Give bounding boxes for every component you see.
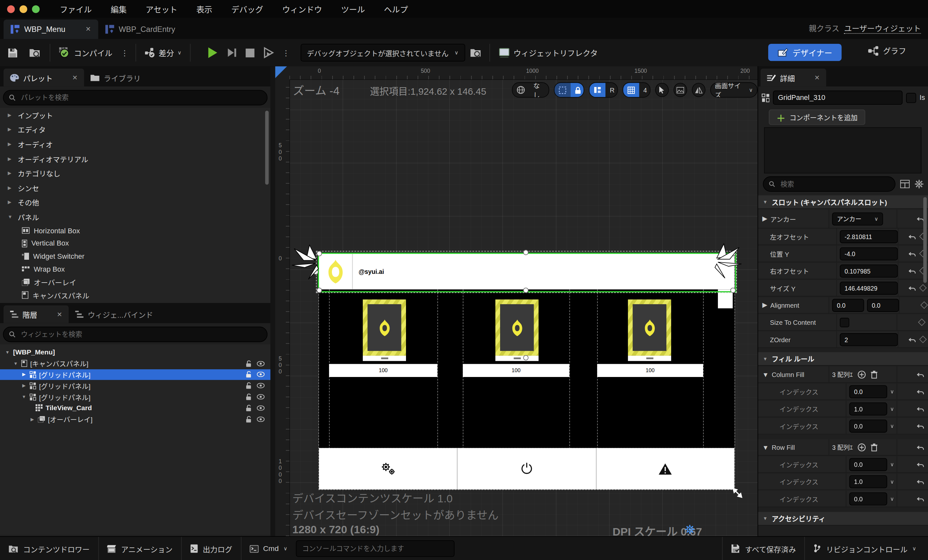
widget-grid-body[interactable]: 100 100 100 [319, 289, 734, 490]
chevron-down-icon[interactable]: ∨ [890, 406, 894, 412]
tree-node-grid-panel-selected[interactable]: ▶ [グリッドパネル] [0, 369, 270, 380]
pos-y-input[interactable] [840, 247, 898, 260]
reset-to-default-icon[interactable] [917, 405, 925, 412]
hierarchy-search[interactable] [3, 327, 267, 342]
delete-elements-icon[interactable] [871, 370, 878, 378]
zorder-input[interactable] [840, 333, 898, 346]
tab-library[interactable]: ライブラリ [84, 69, 147, 86]
index-value-input[interactable] [849, 385, 887, 398]
palette-search[interactable] [3, 90, 267, 105]
add-component-button[interactable]: ＋ コンポーネントを追加 [769, 110, 865, 125]
palette-category-editor[interactable]: ▶エディタ [0, 122, 270, 137]
minimize-window-button[interactable] [20, 5, 27, 13]
hierarchy-search-input[interactable] [20, 330, 262, 339]
zoom-window-button[interactable] [32, 5, 40, 13]
visibility-eye-icon[interactable] [257, 394, 264, 400]
graph-mode-button[interactable]: グラフ [863, 45, 911, 56]
anchor-widget-left[interactable] [292, 244, 319, 281]
palette-item-overlay[interactable]: オーバーレイ [0, 276, 270, 289]
menu-edit[interactable]: 編集 [110, 3, 127, 15]
close-tab-icon[interactable]: ✕ [72, 74, 78, 81]
resize-handle[interactable] [317, 288, 322, 293]
chevron-down-icon[interactable]: ∨ [890, 496, 894, 501]
unlocked-icon[interactable] [246, 383, 251, 389]
reset-to-default-icon[interactable] [917, 371, 925, 378]
reset-to-default-icon[interactable] [908, 267, 916, 274]
delete-elements-icon[interactable] [871, 443, 878, 452]
cursor-tool-button[interactable] [655, 83, 669, 97]
chevron-down-icon[interactable]: ∨ [890, 461, 894, 467]
close-tab-icon[interactable]: ✕ [814, 74, 820, 81]
tab-widget-bind[interactable]: ウィジェ...バインド [69, 305, 160, 323]
bind-diamond-icon[interactable] [919, 336, 927, 343]
index-value-input[interactable] [849, 402, 887, 415]
designer-mode-button[interactable]: デザイナー [768, 44, 842, 61]
save-all-status-button[interactable]: すべて保存済み [722, 537, 804, 560]
property-matrix-icon[interactable] [900, 180, 910, 188]
visibility-eye-icon[interactable] [257, 383, 264, 389]
tab-hierarchy[interactable]: 階層 ✕ [3, 305, 69, 323]
tree-node-grid-panel-3[interactable]: ▼ [グリッドパネル] [0, 391, 270, 403]
output-log-button[interactable]: 出力ログ [182, 537, 241, 560]
console-command-input-box[interactable] [296, 540, 454, 557]
details-scrollbar[interactable] [923, 197, 927, 283]
tab-palette[interactable]: パレット ✕ [3, 69, 84, 86]
index-value-input[interactable] [849, 492, 887, 505]
tileview-scrollbar[interactable] [718, 289, 733, 308]
visibility-eye-icon[interactable] [257, 372, 264, 377]
palette-item-vertical-box[interactable]: Vertical Box [0, 237, 270, 250]
dpi-settings-gear-icon[interactable] [685, 524, 695, 534]
power-cell[interactable] [458, 448, 596, 490]
resize-corner-arrow[interactable] [732, 487, 743, 498]
browse-debug-object-button[interactable] [470, 47, 482, 58]
size-y-input[interactable] [840, 281, 898, 294]
fill-rules-section-header[interactable]: ▼フィル ルール [758, 352, 928, 366]
tab-wbp-menu[interactable]: WBP_Menu ✕ [3, 20, 98, 39]
index-value-input[interactable] [849, 475, 887, 488]
resize-handle[interactable] [523, 288, 529, 293]
reset-to-default-icon[interactable] [917, 478, 925, 485]
anchor-widget-right[interactable] [714, 243, 742, 279]
diff-button[interactable]: 差分 ∨ [139, 47, 186, 58]
chevron-down-icon[interactable]: ∨ [890, 423, 894, 429]
unlocked-icon[interactable] [246, 394, 251, 400]
frame-skip-button[interactable] [222, 47, 241, 59]
reset-to-default-icon[interactable] [917, 444, 925, 451]
localization-globe-button[interactable] [513, 83, 529, 97]
tree-node-tileview-card[interactable]: TileView_Card [0, 403, 270, 414]
card-price-bar[interactable]: 100 [597, 364, 703, 377]
bind-diamond-icon[interactable] [920, 301, 928, 309]
right-offset-input[interactable] [840, 264, 898, 277]
palette-item-canvas-panel[interactable]: キャンバスパネル [0, 289, 270, 302]
unlocked-icon[interactable] [246, 416, 251, 423]
menu-debug[interactable]: デバッグ [231, 3, 263, 15]
reset-to-default-icon[interactable] [917, 388, 925, 395]
compile-button[interactable]: コンパイル [54, 47, 117, 59]
palette-category-synth[interactable]: ▶シンセ [0, 180, 270, 195]
card-entry[interactable] [363, 299, 406, 356]
reset-to-default-icon[interactable] [908, 250, 916, 257]
tree-node-canvas-panel[interactable]: ▼ [キャンバスパネル] [0, 358, 270, 369]
alignment-x-input[interactable] [832, 299, 864, 311]
palette-category-other[interactable]: ▶その他 [0, 195, 270, 209]
tree-node-wbp-menu[interactable]: ▼[WBP_Menu] [0, 347, 270, 358]
palette-category-audio[interactable]: ▶オーディオ [0, 137, 270, 151]
menu-asset[interactable]: アセット [146, 3, 177, 15]
bind-diamond-icon[interactable] [918, 318, 925, 326]
unlocked-icon[interactable] [246, 360, 251, 367]
close-tab-icon[interactable]: ✕ [57, 310, 62, 318]
localization-none-button[interactable]: なし [529, 83, 548, 97]
index-value-input[interactable] [849, 458, 887, 471]
details-search[interactable] [763, 176, 896, 192]
revision-control-button[interactable]: リビジョンコントロール ∨ [805, 537, 925, 560]
reset-to-default-icon[interactable] [917, 495, 925, 502]
preview-background-button[interactable] [673, 83, 687, 97]
save-button[interactable] [7, 47, 18, 58]
details-search-input[interactable] [779, 180, 889, 188]
card-entry[interactable] [628, 299, 671, 356]
reset-to-default-icon[interactable] [917, 461, 925, 468]
palette-category-panel[interactable]: ▼パネル [0, 209, 270, 224]
visibility-eye-icon[interactable] [257, 361, 264, 366]
slot-section-header[interactable]: ▼スロット (キャンバスパネルスロット) [758, 195, 928, 209]
menu-file[interactable]: ファイル [60, 3, 92, 15]
